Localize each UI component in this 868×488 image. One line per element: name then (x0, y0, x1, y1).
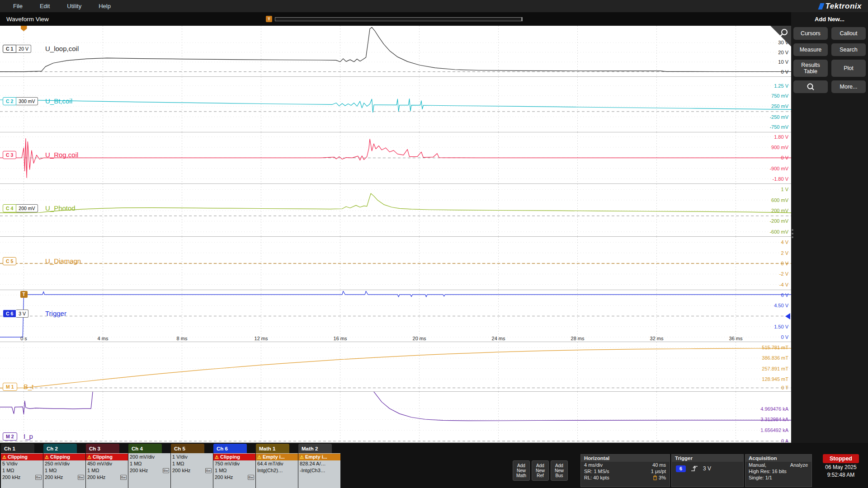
scale-label-ch3: 900 mV (771, 144, 788, 150)
channel-badge-ch1[interactable]: C 120 V (3, 45, 31, 53)
scale-label-ch3: -900 mV (769, 165, 788, 172)
panel-row: 750 mV/div (213, 460, 255, 467)
panel-row: 1 MΩ (171, 460, 213, 467)
channel-badge-ch5[interactable]: C 5 (3, 257, 16, 265)
scale-label-ch3: 0 V (781, 155, 788, 161)
channel-tab-ch2[interactable]: Ch 2 (43, 444, 77, 453)
scale-label-m2: 0 A (781, 438, 788, 443)
channel-tab-ch5[interactable]: Ch 5 (171, 444, 204, 453)
measure-button[interactable]: Measure (793, 43, 828, 56)
add-new-bus-button[interactable]: Add New Bus (551, 460, 568, 481)
zoom-overview-icon[interactable] (770, 26, 791, 48)
scale-label-ch1: 0 V (781, 69, 788, 75)
rising-edge-icon (690, 465, 698, 472)
trace-ch3 (0, 139, 791, 178)
channel-info-panel-ch6[interactable]: ⚠Clipping750 mV/div1 MΩ200 kHzBw (213, 453, 255, 488)
waveform-view-titlebar: Waveform View T (0, 12, 791, 26)
menu-utility[interactable]: Utility (58, 3, 90, 9)
trigger-level-marker[interactable] (785, 313, 790, 319)
bandwidth-icon: Bw (120, 475, 127, 480)
channel-name-m2: I_p (24, 432, 33, 440)
trigger-position-flag[interactable]: T (266, 16, 272, 22)
channel-badge-id: C 4 (3, 204, 16, 212)
channel-tab-ch4[interactable]: Ch 4 (128, 444, 162, 453)
trace-canvas-ch5 (0, 237, 791, 290)
channel-tab-ch3[interactable]: Ch 3 (86, 444, 119, 453)
menu-items: FileEditUtilityHelp (0, 3, 119, 9)
panel-row-label: Clipping (8, 454, 28, 460)
scale-label-ch4: 600 mV (771, 197, 788, 203)
channel-name-ch1: U_loop,coil (45, 45, 79, 52)
trigger-marker-badge[interactable]: T (20, 291, 28, 298)
horizontal-title: Horizontal (581, 455, 670, 462)
waveform-slice-ch4: 1 V600 mV200 mV-200 mV-600 mVC 4200 mVU_… (0, 184, 791, 237)
channel-info-panel-math2[interactable]: ⚠Empty i...828.24 A/…-Intg(Ch3… (298, 453, 340, 488)
panel-row: 200 kHzBw (128, 467, 170, 474)
trace-canvas-ch3 (0, 132, 791, 184)
record-view-bar[interactable] (275, 17, 523, 21)
channel-badge-m1[interactable]: M 1 (3, 383, 17, 391)
tektronix-logo-mark (818, 3, 824, 9)
panel-row-label: 1 MΩ (172, 460, 184, 467)
waveform-slices: 30 V20 V10 V0 VC 120 VU_loop,coil1.25 V7… (0, 26, 791, 443)
zoom-button[interactable] (793, 80, 828, 93)
panel-row: 1 V/div (171, 454, 213, 460)
cursors-button[interactable]: Cursors (793, 27, 828, 40)
channel-badge-ch4[interactable]: C 4200 mV (3, 204, 38, 212)
channel-info-panel-ch4[interactable]: 200 mV/div1 MΩ200 kHzBw (128, 453, 170, 488)
channel-badge-ch2[interactable]: C 2300 mV (3, 97, 38, 105)
results-table-button[interactable]: Results Table (793, 60, 828, 77)
callout-button[interactable]: Callout (831, 27, 866, 40)
scale-label-ch6: 4.50 V (774, 302, 788, 309)
panel-row-label: 1 MΩ (87, 467, 99, 474)
trigger-panel[interactable]: Trigger 6 3 V (671, 454, 744, 487)
panel-row-label: -Intg(Ch3… (300, 467, 326, 474)
panel-row: ⚠Empty i... (256, 454, 298, 460)
menu-file[interactable]: File (5, 3, 31, 9)
warning-icon: ⚠ (300, 454, 304, 460)
trace-ch6 (0, 291, 791, 337)
channel-badge-m2[interactable]: M 2 (3, 432, 17, 441)
panel-row: 1 MΩ (213, 467, 255, 474)
menu-edit[interactable]: Edit (31, 3, 58, 9)
channel-info-panel-ch5[interactable]: 1 V/div1 MΩ200 kHzBw (171, 453, 213, 488)
trigger-level: 3 V (703, 465, 711, 472)
add-new-math-button[interactable]: Add New Math (513, 460, 530, 481)
bandwidth-icon: Bw (205, 468, 212, 473)
sidebar-buttons: CursorsCalloutMeasureSearchResults Table… (791, 27, 868, 93)
channel-panels-row: ⚠Clipping5 V/div1 MΩ200 kHzBw⚠Clipping25… (0, 453, 868, 488)
panel-row-label: Clipping (220, 454, 240, 460)
channel-tab-ch1[interactable]: Ch 1 (1, 444, 34, 453)
channel-tab-ch6[interactable]: Ch 6 (213, 444, 247, 453)
channel-info-panel-math1[interactable]: ⚠Empty i...64.4 mT/divIntg(Ch2)… (256, 453, 298, 488)
more-button[interactable]: More... (831, 80, 866, 93)
run-stop-status[interactable]: Stopped (823, 454, 859, 463)
panel-row: 64.4 mT/div (256, 460, 298, 467)
horizontal-position-indicator[interactable]: T (266, 16, 523, 22)
acquisition-panel[interactable]: Acquisition Manual, Analyze High Res: 16… (745, 454, 812, 487)
channel-badge-ch3[interactable]: C 3 (3, 151, 16, 159)
panel-row: ⚠Empty i... (298, 454, 340, 460)
channel-tab-math2[interactable]: Math 2 (298, 444, 332, 453)
trace-canvas-ch4 (0, 184, 791, 237)
trigger-source-badge[interactable]: 6 (676, 465, 686, 472)
channel-tab-math1[interactable]: Math 1 (256, 444, 289, 453)
search-button[interactable]: Search (831, 43, 866, 56)
channel-badge-scale: 20 V (16, 45, 31, 53)
panel-row-label: 200 kHz (87, 474, 105, 481)
scale-label-m1: 257.891 mT (762, 366, 788, 372)
panel-row-label: Clipping (50, 454, 70, 460)
panel-row: 200 kHzBw (86, 474, 128, 481)
channel-info-panel-ch1[interactable]: ⚠Clipping5 V/div1 MΩ200 kHzBw (1, 453, 43, 488)
plot-button[interactable]: Plot (831, 60, 866, 77)
panel-row-label: Clipping (93, 454, 113, 460)
channel-info-panel-ch2[interactable]: ⚠Clipping250 mV/div1 MΩ200 kHzBw (43, 453, 85, 488)
horizontal-percent: 3% (659, 475, 666, 480)
add-new-ref-button[interactable]: Add New Ref (532, 460, 549, 481)
channel-info-panel-ch3[interactable]: ⚠Clipping450 mV/div1 MΩ200 kHzBw (86, 453, 128, 488)
panel-splitter-handle[interactable] (792, 229, 793, 238)
panel-row: 200 kHzBw (43, 474, 85, 481)
channel-badge-ch6[interactable]: C 63 V (3, 310, 28, 318)
horizontal-panel[interactable]: Horizontal 4 ms/div 40 ms SR: 1 MS/s 1 μ… (580, 454, 670, 487)
menu-help[interactable]: Help (90, 3, 119, 9)
